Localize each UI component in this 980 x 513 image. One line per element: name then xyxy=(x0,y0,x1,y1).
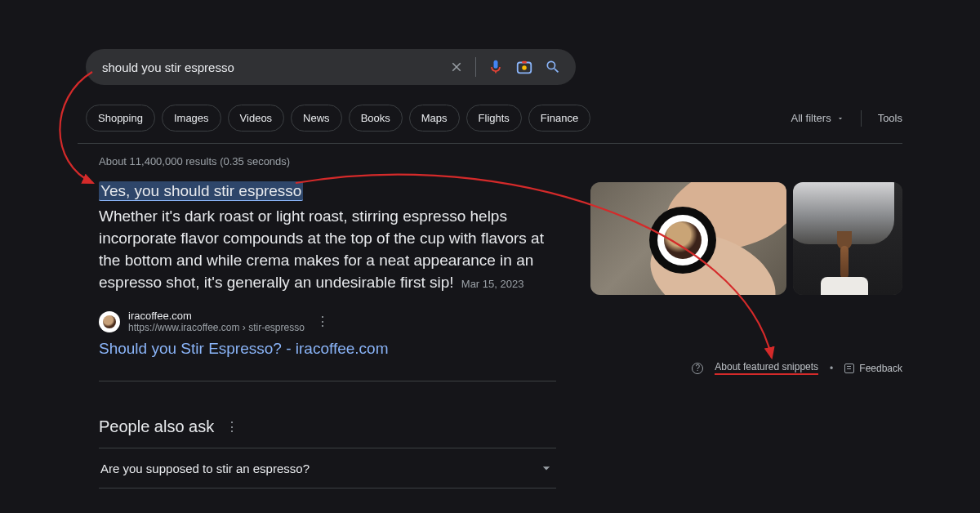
result-stats: About 11,400,000 results (0.35 seconds) xyxy=(99,155,902,167)
feedback-label: Feedback xyxy=(859,363,902,374)
separator xyxy=(99,381,556,381)
paa-item[interactable]: Are you supposed to stir an espresso? xyxy=(99,448,556,488)
separator xyxy=(78,143,902,144)
feedback-link[interactable]: Feedback xyxy=(844,363,902,374)
featured-snippet: Yes, you should stir espresso Whether it… xyxy=(99,182,556,381)
snippet-highlight: Yes, you should stir espresso xyxy=(99,181,303,201)
dot-separator: • xyxy=(830,363,833,374)
feedback-icon xyxy=(844,364,854,373)
image-search-icon[interactable] xyxy=(515,58,533,76)
more-options-icon[interactable]: ⋮ xyxy=(225,419,238,435)
about-featured-snippets-link[interactable]: About featured snippets xyxy=(715,361,818,375)
tab-maps[interactable]: Maps xyxy=(409,105,460,132)
result-title-link[interactable]: Should you Stir Espresso? - iracoffee.co… xyxy=(99,340,389,358)
source-favicon xyxy=(99,311,120,332)
people-also-ask-heading: People also ask xyxy=(99,417,214,436)
tab-flights[interactable]: Flights xyxy=(466,105,522,132)
chevron-down-icon xyxy=(538,460,555,476)
search-icon[interactable] xyxy=(545,59,561,75)
search-tabs: Shopping Images Videos News Books Maps F… xyxy=(86,105,590,132)
snippet-date: Mar 15, 2023 xyxy=(461,278,524,290)
tab-finance[interactable]: Finance xyxy=(528,105,590,132)
paa-question: Are you supposed to stir an espresso? xyxy=(100,462,310,475)
snippet-thumbnail-1[interactable] xyxy=(590,182,786,295)
tab-shopping[interactable]: Shopping xyxy=(86,105,155,132)
search-bar[interactable] xyxy=(86,49,576,85)
vertical-divider xyxy=(475,57,476,77)
search-input[interactable] xyxy=(102,60,449,74)
all-filters-label: All filters xyxy=(791,112,831,124)
svg-rect-2 xyxy=(522,61,527,64)
chevron-down-icon xyxy=(836,114,844,123)
tab-images[interactable]: Images xyxy=(162,105,221,132)
svg-point-1 xyxy=(522,65,527,70)
all-filters-button[interactable]: All filters xyxy=(791,112,844,124)
tab-news[interactable]: News xyxy=(291,105,342,132)
tab-videos[interactable]: Videos xyxy=(228,105,285,132)
tools-button[interactable]: Tools xyxy=(878,112,902,124)
help-icon[interactable]: ? xyxy=(692,363,703,374)
source-domain: iracoffee.com xyxy=(128,310,305,322)
source-url: https://www.iracoffee.comstir-espresso xyxy=(128,322,305,333)
snippet-thumbnail-2[interactable] xyxy=(793,182,902,295)
tab-books[interactable]: Books xyxy=(349,105,403,132)
voice-search-icon[interactable] xyxy=(488,59,504,75)
vertical-divider xyxy=(861,110,862,127)
clear-icon[interactable] xyxy=(449,60,464,74)
more-options-icon[interactable]: ⋮ xyxy=(316,314,329,329)
